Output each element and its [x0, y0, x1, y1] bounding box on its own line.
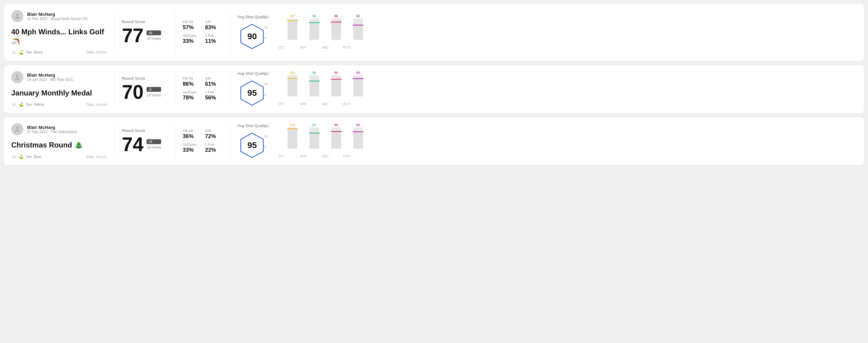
hexagon-container: Avg Shot Quality 90 — [238, 14, 267, 50]
one-putt-stat: 1 Putt 22% — [205, 143, 223, 153]
card-footer: ☁️ ⛳ Tee: Blue Data: Arccos — [11, 154, 107, 159]
round-score-label: Round Score — [122, 76, 168, 81]
profile-date: 27 Dec 2021 · The Oxfordshire — [27, 130, 77, 134]
gir-stat: GIR 61% — [205, 76, 223, 87]
card-footer: ☁️ ⛳ Tee: Black Data: Arccos — [11, 50, 107, 55]
hexagon-container: Avg Shot Quality 95 — [238, 123, 267, 159]
fw-hit-stat: FW Hit 86% — [183, 76, 200, 87]
bar-value-label: 93 — [356, 123, 360, 127]
round-score-label: Round Score — [122, 20, 168, 24]
holes-label: 18 Holes — [147, 36, 161, 41]
bar-column: 99 — [351, 71, 366, 96]
bar-indicator — [287, 128, 298, 129]
profile-row: Blair McHarg 27 Dec 2021 · The Oxfordshi… — [11, 123, 107, 135]
x-axis-label: ARG — [318, 155, 333, 158]
bar-fill — [288, 128, 297, 149]
tee-label: Tee: Black — [26, 50, 42, 55]
profile-row: Blair McHarg 29 Jan 2022 · Mill Ride GCC — [11, 71, 107, 83]
score-row: 70 -2 18 Holes — [122, 83, 168, 102]
bar-indicator — [331, 22, 342, 23]
bar-column: 82 — [351, 14, 366, 40]
bar-fill — [310, 22, 319, 40]
gir-value: 83% — [205, 24, 223, 31]
fw-hit-label: FW Hit — [183, 76, 200, 80]
up-down-stat: Up/Down 33% — [183, 143, 200, 153]
bar-fill — [353, 25, 363, 40]
bar-indicator — [331, 79, 342, 80]
one-putt-value: 22% — [205, 147, 223, 153]
bar-fill — [331, 22, 341, 40]
weather-icon: ☁️ — [11, 102, 16, 107]
x-axis: OTT APP ARG PUTT — [274, 155, 857, 158]
profile-date: 29 Jan 2022 · Mill Ride GCC — [27, 77, 73, 82]
bar-column: 101 — [285, 71, 300, 96]
bar-column: 95 — [329, 123, 344, 149]
round-card: Blair McHarg 29 Jan 2022 · Mill Ride GCC… — [4, 65, 864, 114]
bar-background — [331, 19, 341, 40]
fw-hit-label: FW Hit — [183, 20, 200, 24]
score-big: 77 — [122, 26, 144, 45]
fw-hit-value: 36% — [183, 133, 200, 139]
score-badge: +5 — [147, 30, 161, 35]
x-axis-label: OTT — [274, 46, 289, 49]
bar-background — [353, 19, 363, 40]
y-axis-labels: 100 50 0 — [265, 15, 270, 40]
x-axis-label: ARG — [318, 46, 333, 49]
golf-icon: ⛳ — [19, 50, 23, 55]
up-down-value: 33% — [183, 147, 200, 153]
fw-hit-stat: FW Hit 57% — [183, 20, 200, 31]
quality-label: Avg Shot Quality — [238, 14, 267, 19]
stats-section: FW Hit 86% GIR 61% Up/Down 78% 1 Putt 56… — [176, 71, 230, 107]
bar-value-label: 110 — [289, 123, 295, 127]
hex-score: 90 — [247, 32, 257, 41]
x-axis-label: APP — [296, 102, 311, 106]
bar-fill — [288, 20, 297, 40]
bar-indicator — [287, 20, 298, 21]
bar-fill — [310, 132, 319, 149]
bar-value-label: 96 — [334, 71, 338, 74]
golf-icon: ⛳ — [19, 154, 23, 159]
bar-fill — [331, 79, 341, 96]
gir-value: 61% — [205, 81, 223, 87]
bar-value-label: 107 — [289, 14, 295, 18]
quality-section: Avg Shot Quality 90 100 50 0 — [230, 10, 857, 55]
gir-label: GIR — [205, 129, 223, 132]
bar-background — [331, 127, 341, 149]
tee-label: Tee: Yellow — [26, 102, 44, 107]
profile-info: Blair McHarg 12 Feb 2022 · Royal North D… — [27, 11, 88, 21]
x-axis-label: APP — [296, 46, 311, 49]
svg-point-4 — [16, 127, 19, 129]
card-left: Blair McHarg 29 Jan 2022 · Mill Ride GCC… — [11, 71, 115, 107]
bar-column: 110 — [285, 123, 300, 149]
tee-info: ☁️ ⛳ Tee: Black — [11, 50, 42, 55]
bar-background — [353, 127, 363, 149]
bar-background — [288, 19, 297, 40]
bar-column: 87 — [307, 123, 322, 149]
score-badge: +2 — [147, 139, 161, 144]
profile-name: Blair McHarg — [27, 11, 88, 17]
one-putt-stat: 1 Putt 11% — [205, 34, 223, 44]
bar-background — [310, 75, 319, 96]
bar-indicator — [287, 78, 298, 79]
hexagon-container: Avg Shot Quality 95 — [238, 71, 267, 107]
card-left: Blair McHarg 27 Dec 2021 · The Oxfordshi… — [11, 123, 115, 159]
hex-wrap: 95 — [238, 132, 266, 159]
bar-indicator — [309, 81, 320, 82]
bar-fill — [353, 78, 363, 96]
chart-bars: 107 95 98 — [285, 15, 857, 46]
round-score-section: Round Score 70 -2 18 Holes — [115, 71, 176, 107]
score-big: 74 — [122, 135, 144, 154]
round-title: 40 Mph Winds... Links Golf 🪃 — [11, 28, 107, 45]
avatar — [11, 10, 23, 22]
avatar — [11, 71, 23, 83]
x-axis-label: OTT — [274, 155, 289, 158]
x-axis: OTT APP ARG PUTT — [274, 102, 857, 106]
data-source: Data: Arccos — [86, 102, 107, 107]
score-badge: -2 — [147, 87, 161, 92]
round-score-section: Round Score 77 +5 18 Holes — [115, 10, 176, 55]
one-putt-value: 11% — [205, 38, 223, 44]
gir-stat: GIR 83% — [205, 20, 223, 31]
one-putt-value: 56% — [205, 95, 223, 101]
avatar — [11, 123, 23, 135]
score-row: 74 +2 18 Holes — [122, 135, 168, 154]
